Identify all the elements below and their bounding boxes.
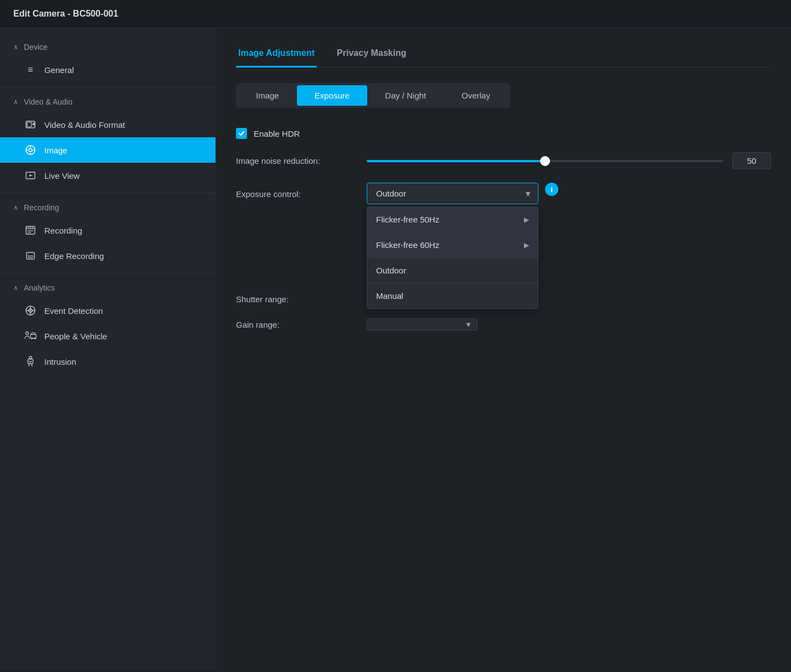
sidebar-item-recording[interactable]: Recording: [0, 218, 215, 243]
sub-tabs: Image Exposure Day / Night Overlay: [236, 83, 510, 108]
general-icon: ≡: [24, 64, 37, 76]
chevron-analytics-icon: ∧: [13, 284, 18, 292]
dropdown-sub-arrow-50hz: ▶: [524, 216, 529, 224]
sidebar-section-video-audio-label: Video & Audio: [24, 97, 73, 106]
svg-point-28: [31, 338, 33, 339]
event-detection-icon: [24, 304, 37, 317]
sub-tab-exposure[interactable]: Exposure: [297, 85, 367, 106]
main-layout: ∧ Device ≡ General ∧ Video & Audio Video…: [0, 28, 791, 670]
sidebar-item-people-vehicle[interactable]: People & Vehicle: [0, 323, 215, 349]
sub-tab-day-night[interactable]: Day / Night: [367, 85, 444, 106]
sidebar-item-intrusion-label: Intrusion: [44, 357, 76, 366]
sidebar: ∧ Device ≡ General ∧ Video & Audio Video…: [0, 28, 216, 670]
exposure-control-dropdown: Flicker-free 50Hz ▶ Flicker-free 60Hz ▶ …: [367, 206, 538, 309]
dropdown-item-manual[interactable]: Manual: [367, 283, 538, 308]
sidebar-item-live-view[interactable]: Live View: [0, 163, 215, 188]
intrusion-icon: [24, 355, 37, 368]
gain-range-label: Gain range:: [236, 320, 358, 329]
sidebar-item-people-vehicle-label: People & Vehicle: [44, 332, 107, 341]
dropdown-item-outdoor[interactable]: Outdoor: [367, 258, 538, 283]
shutter-range-label: Shutter range:: [236, 294, 358, 304]
chevron-video-audio-icon: ∧: [13, 98, 18, 106]
dropdown-item-flicker-50hz[interactable]: Flicker-free 50Hz ▶: [367, 207, 538, 232]
exposure-control-select-wrapper: Outdoor ▼ Flicker-free 50Hz ▶ Flicker-fr…: [367, 183, 538, 204]
image-noise-reduction-slider-container: [367, 160, 723, 162]
sidebar-section-analytics-label: Analytics: [24, 283, 55, 292]
sidebar-section-recording[interactable]: ∧ Recording: [0, 198, 215, 218]
svg-marker-9: [29, 174, 33, 177]
slider-thumb: [540, 156, 550, 166]
image-icon: [24, 144, 37, 156]
edge-recording-icon: SD: [24, 250, 37, 262]
chevron-recording-icon: ∧: [13, 204, 18, 211]
exposure-control-row: Exposure control: Outdoor ▼ Flicker-free…: [236, 183, 771, 204]
tab-privacy-masking[interactable]: Privacy Masking: [335, 44, 408, 68]
divider-3: [0, 273, 215, 273]
sidebar-section-device[interactable]: ∧ Device: [0, 37, 215, 57]
svg-rect-27: [30, 334, 36, 338]
sidebar-item-video-audio-format-label: Video & Audio Format: [44, 120, 125, 130]
exposure-control-select[interactable]: Outdoor: [367, 183, 538, 204]
image-noise-reduction-label: Image noise reduction:: [236, 156, 358, 166]
sidebar-item-general[interactable]: ≡ General: [0, 57, 215, 82]
gain-range-row: Gain range: ▼: [236, 318, 771, 330]
gain-range-select[interactable]: [367, 318, 477, 330]
live-view-icon: [24, 169, 37, 182]
exposure-form: Enable HDR Image noise reduction: 50 Exp…: [236, 123, 771, 348]
tab-image-adjustment[interactable]: Image Adjustment: [236, 44, 317, 68]
recording-icon: [24, 224, 37, 236]
exposure-control-info-icon[interactable]: i: [545, 183, 558, 196]
enable-hdr-row: Enable HDR: [236, 128, 771, 139]
dropdown-item-flicker-60hz[interactable]: Flicker-free 60Hz ▶: [367, 232, 538, 258]
svg-text:SD: SD: [28, 255, 33, 259]
exposure-control-label: Exposure control:: [236, 183, 358, 199]
svg-point-26: [26, 332, 29, 335]
sub-tab-overlay[interactable]: Overlay: [444, 85, 508, 106]
sidebar-section-video-audio[interactable]: ∧ Video & Audio: [0, 92, 215, 112]
title-bar: Edit Camera - BC500-001: [0, 0, 791, 28]
top-tabs: Image Adjustment Privacy Masking: [236, 44, 771, 68]
svg-rect-1: [27, 122, 32, 127]
content-area: Image Adjustment Privacy Masking Image E…: [216, 28, 791, 670]
image-noise-reduction-value: 50: [732, 152, 771, 169]
sidebar-item-event-detection[interactable]: Event Detection: [0, 298, 215, 323]
enable-hdr-label: Enable HDR: [254, 129, 300, 138]
sidebar-item-edge-recording-label: Edge Recording: [44, 251, 104, 261]
sidebar-item-image-label: Image: [44, 146, 68, 155]
svg-point-29: [34, 338, 36, 339]
sidebar-section-device-label: Device: [24, 43, 48, 51]
image-noise-reduction-slider[interactable]: [367, 160, 723, 162]
sidebar-item-video-audio-format[interactable]: Video & Audio Format: [0, 112, 215, 137]
chevron-device-icon: ∧: [13, 43, 18, 51]
sidebar-item-general-label: General: [44, 65, 74, 75]
image-noise-reduction-row: Image noise reduction: 50: [236, 152, 771, 169]
people-vehicle-icon: [24, 330, 37, 342]
video-audio-format-icon: [24, 118, 37, 131]
sidebar-section-recording-label: Recording: [24, 203, 59, 212]
sidebar-section-analytics[interactable]: ∧ Analytics: [0, 278, 215, 298]
sidebar-item-event-detection-label: Event Detection: [44, 306, 103, 316]
sub-tab-image[interactable]: Image: [238, 85, 297, 106]
svg-point-25: [30, 310, 32, 312]
sidebar-item-edge-recording[interactable]: SD Edge Recording: [0, 243, 215, 268]
divider-1: [0, 87, 215, 87]
gain-range-select-wrapper: ▼: [367, 318, 477, 330]
dropdown-sub-arrow-60hz: ▶: [524, 241, 529, 249]
sidebar-item-recording-label: Recording: [44, 226, 82, 235]
svg-point-3: [29, 148, 32, 152]
divider-2: [0, 193, 215, 193]
enable-hdr-checkbox[interactable]: [236, 128, 247, 139]
sidebar-item-live-view-label: Live View: [44, 171, 80, 180]
sidebar-item-intrusion[interactable]: Intrusion: [0, 349, 215, 374]
slider-fill: [367, 160, 545, 162]
sidebar-item-image[interactable]: Image: [0, 137, 215, 163]
title-text: Edit Camera - BC500-001: [13, 9, 118, 18]
